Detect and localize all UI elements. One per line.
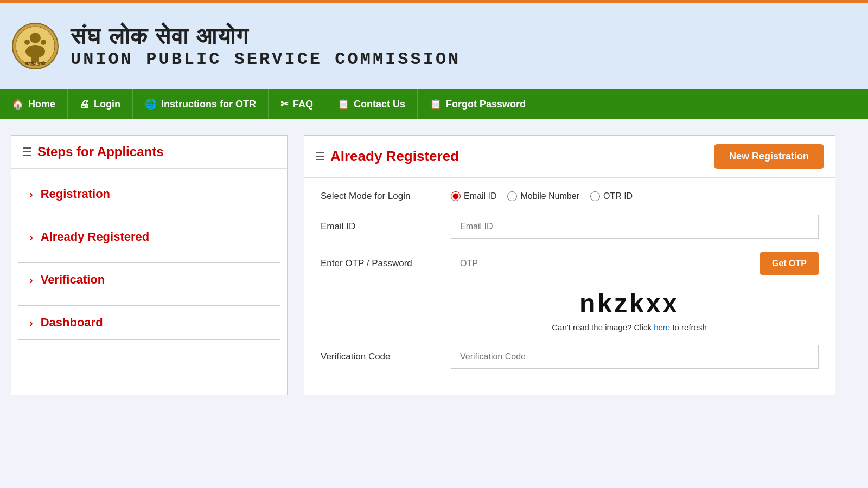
- login-icon: 🖨: [80, 99, 90, 110]
- right-header-left: ☰ Already Registered: [315, 148, 459, 165]
- header-english-title: UNION PUBLIC SERVICE COMMISSION: [71, 49, 461, 69]
- form-area: Select Mode for Login Email ID Mobile Nu…: [304, 178, 835, 395]
- login-mode-radio-group: Email ID Mobile Number OTR ID: [451, 191, 633, 201]
- header: सत्यमेव जयते संघ लोक सेवा आयोग UNION PUB…: [0, 3, 868, 89]
- svg-point-2: [30, 33, 41, 43]
- main-content: ☰ Steps for Applicants › Registration › …: [0, 119, 846, 412]
- step-already-registered[interactable]: › Already Registered: [18, 220, 280, 254]
- email-row: Email ID: [321, 215, 819, 239]
- otp-input[interactable]: [451, 252, 752, 275]
- radio-mobile-number-input[interactable]: [507, 191, 517, 201]
- step-dashboard-arrow: ›: [29, 317, 33, 329]
- header-hindi-title: संघ लोक सेवा आयोग: [71, 23, 461, 49]
- login-mode-row: Select Mode for Login Email ID Mobile Nu…: [321, 191, 819, 202]
- radio-mobile-number-label: Mobile Number: [520, 191, 579, 201]
- otp-controls: Get OTP: [451, 252, 819, 275]
- radio-otr-id[interactable]: OTR ID: [590, 191, 633, 201]
- left-panel: ☰ Steps for Applicants › Registration › …: [11, 135, 288, 395]
- svg-text:सत्यमेव जयते: सत्यमेव जयते: [24, 61, 45, 66]
- forgot-icon: 📋: [430, 98, 442, 110]
- captcha-hint-suffix: to refresh: [672, 323, 706, 332]
- login-mode-controls: Email ID Mobile Number OTR ID: [451, 191, 819, 201]
- otp-label: Enter OTP / Password: [321, 258, 440, 269]
- radio-otr-id-input[interactable]: [590, 191, 600, 201]
- instructions-icon: 🌐: [145, 98, 157, 110]
- step-verification-arrow: ›: [29, 274, 33, 286]
- nav-forgot[interactable]: 📋 Forgot Password: [418, 89, 538, 119]
- radio-otr-id-label: OTR ID: [603, 191, 633, 201]
- captcha-refresh-link[interactable]: here: [654, 323, 670, 332]
- nav-login[interactable]: 🖨 Login: [68, 89, 133, 119]
- nav-instructions-label: Instructions for OTR: [161, 99, 256, 110]
- otp-row: Enter OTP / Password Get OTP: [321, 252, 819, 275]
- svg-point-6: [41, 40, 46, 45]
- radio-email-id-input[interactable]: [451, 191, 461, 201]
- right-panel: ☰ Already Registered New Registration Se…: [304, 135, 835, 395]
- step-already-registered-label: Already Registered: [41, 230, 150, 244]
- svg-point-5: [24, 40, 30, 45]
- nav-home-label: Home: [28, 99, 55, 110]
- verification-row: Verification Code: [321, 345, 819, 369]
- right-panel-title: Already Registered: [330, 148, 459, 165]
- right-panel-icon: ☰: [315, 150, 325, 163]
- captcha-hint: Can't read the image? Click here to refr…: [552, 323, 707, 332]
- navbar: 🏠 Home 🖨 Login 🌐 Instructions for OTR ✂ …: [0, 89, 868, 119]
- step-verification[interactable]: › Verification: [18, 262, 280, 297]
- radio-email-id-label: Email ID: [464, 191, 496, 201]
- logo: सत्यमेव जयते: [11, 19, 60, 73]
- nav-contact-label: Contact Us: [354, 99, 405, 110]
- left-panel-icon: ☰: [22, 145, 32, 158]
- contact-icon: 📋: [337, 98, 349, 110]
- get-otp-button[interactable]: Get OTP: [760, 252, 819, 275]
- captcha-hint-text: Can't read the image? Click: [552, 323, 652, 332]
- left-panel-title: Steps for Applicants: [37, 144, 163, 159]
- captcha-section: nkzkxx Can't read the image? Click here …: [440, 288, 819, 332]
- step-registration-label: Registration: [41, 187, 110, 201]
- nav-home[interactable]: 🏠 Home: [0, 89, 68, 119]
- captcha-image-text: nkzkxx: [579, 288, 679, 318]
- nav-login-label: Login: [94, 99, 120, 110]
- nav-instructions[interactable]: 🌐 Instructions for OTR: [133, 89, 269, 119]
- radio-email-id[interactable]: Email ID: [451, 191, 496, 201]
- step-verification-label: Verification: [41, 273, 105, 287]
- step-dashboard[interactable]: › Dashboard: [18, 305, 280, 340]
- home-icon: 🏠: [12, 98, 24, 110]
- email-input[interactable]: [451, 215, 819, 239]
- right-panel-header: ☰ Already Registered New Registration: [304, 136, 835, 178]
- email-label: Email ID: [321, 221, 440, 232]
- step-registration-arrow: ›: [29, 188, 33, 201]
- verification-label: Verification Code: [321, 351, 440, 362]
- new-registration-button[interactable]: New Registration: [714, 144, 824, 169]
- nav-faq-label: FAQ: [293, 99, 313, 110]
- verification-input[interactable]: [451, 345, 819, 369]
- left-panel-header: ☰ Steps for Applicants: [11, 136, 287, 169]
- radio-mobile-number[interactable]: Mobile Number: [507, 191, 579, 201]
- login-mode-label: Select Mode for Login: [321, 191, 440, 202]
- step-dashboard-label: Dashboard: [41, 316, 103, 330]
- header-text: संघ लोक सेवा आयोग UNION PUBLIC SERVICE C…: [71, 23, 461, 69]
- nav-contact[interactable]: 📋 Contact Us: [326, 89, 418, 119]
- nav-faq[interactable]: ✂ FAQ: [269, 89, 326, 119]
- faq-icon: ✂: [280, 98, 289, 110]
- step-registration[interactable]: › Registration: [18, 177, 280, 211]
- step-already-registered-arrow: ›: [29, 231, 33, 243]
- nav-forgot-label: Forgot Password: [446, 99, 526, 110]
- svg-rect-4: [31, 53, 39, 62]
